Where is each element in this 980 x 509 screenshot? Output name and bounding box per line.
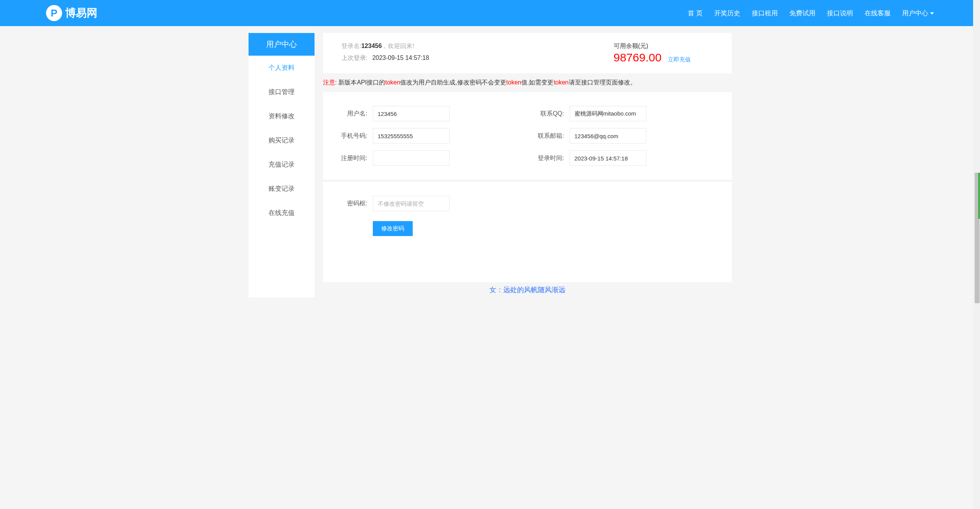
- scrollbar-track[interactable]: [973, 0, 980, 304]
- account-summary-card: 登录名:123456，欢迎回来! 上次登录: 2023-09-15 14:57:…: [323, 33, 732, 73]
- nav-support[interactable]: 在线客服: [865, 9, 891, 18]
- notice-p3: 值.如需变更: [521, 79, 553, 86]
- logintime-label: 登录时间:: [527, 154, 570, 162]
- notice-token-1: token: [385, 79, 400, 86]
- qq-input[interactable]: [570, 106, 646, 121]
- email-input[interactable]: [570, 128, 646, 144]
- login-name-line: 登录名:123456，欢迎回来!: [341, 42, 614, 50]
- site-name: 博易网: [65, 6, 97, 20]
- email-label: 联系邮箱:: [527, 132, 570, 140]
- notice-token-3: token: [553, 79, 568, 86]
- last-login-label: 上次登录:: [341, 55, 367, 61]
- notice-p4: 请至接口管理页面修改。: [569, 79, 636, 86]
- phone-label: 手机号码:: [331, 132, 373, 140]
- login-name-value: 123456: [361, 43, 382, 49]
- nav-api-doc[interactable]: 接口说明: [827, 9, 853, 18]
- logo-icon: P: [46, 5, 62, 21]
- account-left: 登录名:123456，欢迎回来! 上次登录: 2023-09-15 14:57:…: [341, 42, 614, 64]
- sidebar-item-account-changes[interactable]: 账变记录: [249, 177, 315, 201]
- account-right: 可用余额(元) 98769.00 立即充值: [614, 42, 713, 64]
- password-label: 密码框:: [331, 200, 373, 208]
- site-logo[interactable]: P 博易网: [46, 5, 97, 21]
- nav-rent[interactable]: 接口租用: [752, 9, 778, 18]
- last-login-line: 上次登录: 2023-09-15 14:57:18: [341, 54, 614, 62]
- regtime-input[interactable]: [373, 150, 450, 166]
- notice-p1: 新版本API接口的: [338, 79, 385, 86]
- sidebar-item-edit-profile[interactable]: 资料修改: [249, 104, 315, 128]
- username-label: 用户名:: [331, 110, 373, 118]
- nav-user-center-label: 用户中心: [902, 9, 928, 18]
- notice-p2: 值改为用户自助生成,修改密码不会变更: [400, 79, 506, 86]
- chevron-down-icon: [930, 12, 934, 15]
- welcome-text: ，欢迎回来!: [382, 43, 414, 49]
- phone-input[interactable]: [373, 128, 450, 144]
- change-password-button[interactable]: 修改密码: [373, 221, 413, 236]
- balance-label: 可用余额(元): [614, 42, 713, 50]
- lyric-overlay: 女：远处的风帆随风渐远: [323, 282, 732, 297]
- last-login-value: 2023-09-15 14:57:18: [372, 55, 429, 61]
- profile-form-card: 用户名: 联系QQ: 手机号码: 联系邮箱:: [323, 92, 732, 180]
- regtime-label: 注册时间:: [331, 154, 373, 162]
- top-nav: 首 页 开奖历史 接口租用 免费试用 接口说明 在线客服 用户中心: [688, 9, 934, 18]
- login-name-label: 登录名:: [341, 43, 361, 49]
- recharge-link[interactable]: 立即充值: [668, 56, 691, 63]
- username-input[interactable]: [373, 106, 450, 121]
- top-header: P 博易网 首 页 开奖历史 接口租用 免费试用 接口说明 在线客服 用户中心: [0, 0, 980, 26]
- sidebar-header: 用户中心: [249, 33, 315, 56]
- balance-row: 98769.00 立即充值: [614, 51, 713, 64]
- notice-bar: 注意: 新版本API接口的token值改为用户自助生成,修改密码不会变更toke…: [323, 76, 732, 90]
- nav-free-trial[interactable]: 免费试用: [789, 9, 815, 18]
- balance-value: 98769.00: [614, 51, 662, 64]
- nav-user-center[interactable]: 用户中心: [902, 9, 934, 18]
- sidebar-item-api-manage[interactable]: 接口管理: [249, 80, 315, 104]
- main-container: 用户中心 个人资料 接口管理 资料修改 购买记录 充值记录 账变记录 在线充值 …: [249, 26, 732, 304]
- sidebar-item-recharge-history[interactable]: 充值记录: [249, 152, 315, 177]
- logintime-input[interactable]: [570, 150, 646, 166]
- sidebar-item-profile[interactable]: 个人资料: [249, 56, 315, 80]
- notice-label: 注意:: [323, 79, 339, 86]
- password-input[interactable]: [373, 196, 450, 211]
- notice-token-2: token: [506, 79, 521, 86]
- sidebar-item-online-recharge[interactable]: 在线充值: [249, 201, 315, 225]
- sidebar: 用户中心 个人资料 接口管理 资料修改 购买记录 充值记录 账变记录 在线充值: [249, 33, 315, 297]
- qq-label: 联系QQ:: [527, 110, 570, 118]
- main-content: 登录名:123456，欢迎回来! 上次登录: 2023-09-15 14:57:…: [323, 33, 732, 297]
- password-card: 密码框: 修改密码: [323, 182, 732, 282]
- nav-history[interactable]: 开奖历史: [714, 9, 740, 18]
- scrollbar-indicator: [978, 173, 980, 219]
- nav-home[interactable]: 首 页: [688, 9, 703, 18]
- sidebar-item-purchase-history[interactable]: 购买记录: [249, 128, 315, 152]
